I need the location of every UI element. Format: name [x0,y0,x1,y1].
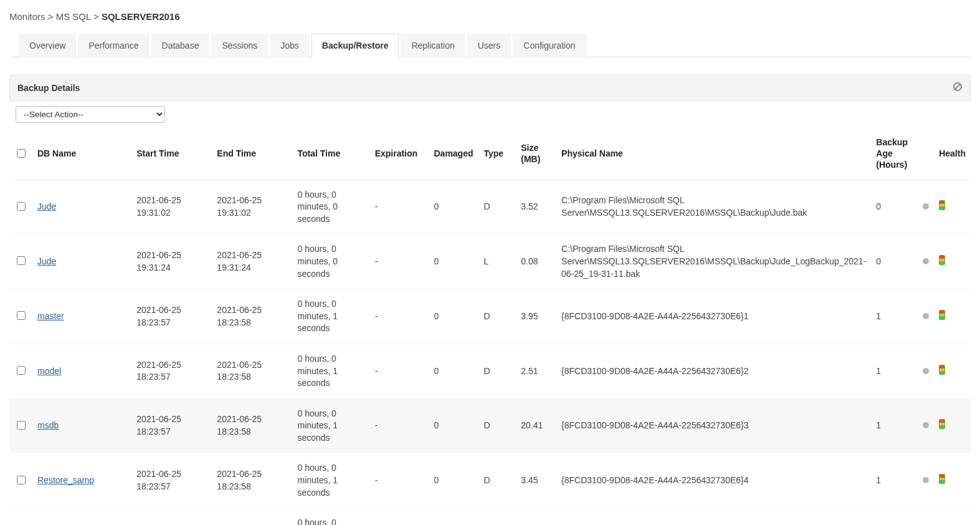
cell-dmg: 0 [429,453,478,508]
row-checkbox[interactable] [17,256,26,265]
cell-size: 3.39 [516,508,556,525]
table-header-row: DB Name Start Time End Time Total Time E… [9,128,971,180]
cell-dmg: 0 [429,344,478,398]
cell-total: 0 hours, 0 minutes, 0 seconds [292,180,369,234]
breadcrumb-root[interactable]: Monitors [9,11,45,22]
cell-dmg: 0 [429,234,478,289]
tab-sessions[interactable]: Sessions [211,34,268,57]
breadcrumb: Monitors > MS SQL > SQLSERVER2016 [9,0,971,33]
table-row: msdb2021-06-25 18:23:572021-06-25 18:23:… [9,398,971,453]
health-icon[interactable] [939,200,945,210]
health-icon[interactable] [939,255,945,265]
db-name-link[interactable]: master [37,311,64,321]
cell-exp: - [370,398,429,453]
cell-dmg: 0 [429,289,478,344]
cell-total: 0 hours, 0 minutes, 1 seconds [292,453,369,508]
cell-total: 0 hours, 0 minutes, 1 seconds [292,344,369,398]
cell-size: 0.08 [516,234,556,289]
cell-type: D [478,180,516,234]
table-row: Jude2021-06-25 19:31:022021-06-25 19:31:… [9,180,971,234]
health-icon[interactable] [939,474,945,484]
cell-type: L [478,234,516,289]
svg-line-1 [955,84,960,89]
row-checkbox[interactable] [17,366,26,375]
cell-age: 1 [871,289,918,344]
header-db[interactable]: DB Name [32,128,131,180]
row-checkbox[interactable] [17,476,26,484]
cell-exp: - [370,344,429,398]
cell-type: D [478,344,516,398]
status-dot-icon [923,477,929,483]
disable-icon[interactable] [953,82,963,94]
cell-phys: {8FCD3100-9D08-4A2E-A44A-2256432730E6}3 [556,398,871,453]
cell-phys: C:\Program Files\Microsoft SQL Server\MS… [556,234,871,289]
header-start[interactable]: Start Time [131,128,212,180]
cell-exp: - [370,453,429,508]
cell-phys: {8FCD3100-9D08-4A2E-A44A-2256432730E6}2 [556,344,871,398]
cell-size: 3.95 [516,289,556,344]
select-all-checkbox[interactable] [17,149,26,158]
header-type[interactable]: Type [478,128,516,180]
status-dot-icon [923,258,929,264]
cell-dmg: 0 [429,398,478,453]
db-name-link[interactable]: model [37,366,61,376]
cell-age: 0 [871,234,918,289]
db-name-link[interactable]: Jude [37,256,56,266]
cell-end: 2021-06-25 19:31:24 [212,234,292,289]
breadcrumb-level1[interactable]: MS SQL [56,11,91,22]
header-end[interactable]: End Time [212,128,292,180]
header-phys[interactable]: Physical Name [556,128,871,180]
cell-start: 2021-06-25 19:34:01 [131,508,212,525]
table-row: Testdb2021-06-25 19:34:012021-06-25 19:3… [9,508,971,525]
header-age[interactable]: Backup Age (Hours) [871,128,918,180]
health-icon[interactable] [939,419,945,429]
header-dmg[interactable]: Damaged [429,128,478,180]
cell-total: 0 hours, 0 minutes, 0 seconds [292,508,369,525]
cell-age: 0 [871,508,918,525]
table-row: model2021-06-25 18:23:572021-06-25 18:23… [9,344,971,398]
cell-total: 0 hours, 0 minutes, 1 seconds [292,398,369,453]
tab-configuration[interactable]: Configuration [513,34,586,57]
status-dot-icon [923,203,929,210]
row-checkbox[interactable] [17,421,26,430]
tab-users[interactable]: Users [467,34,511,57]
cell-end: 2021-06-25 18:23:58 [212,344,292,398]
health-icon[interactable] [939,365,945,375]
tab-database[interactable]: Database [151,34,210,57]
db-name-link[interactable]: Restore_samp [37,475,94,485]
row-checkbox[interactable] [17,311,26,320]
cell-end: 2021-06-25 19:34:01 [212,508,292,525]
breadcrumb-current: SQLSERVER2016 [102,11,180,22]
cell-start: 2021-06-25 18:23:57 [131,289,212,344]
cell-start: 2021-06-25 19:31:02 [131,180,212,234]
panel-title: Backup Details [17,83,80,93]
cell-end: 2021-06-25 18:23:58 [212,453,292,508]
cell-type: D [478,398,516,453]
cell-dmg: 0 [429,508,478,525]
cell-exp: - [370,234,429,289]
cell-size: 2.51 [516,344,556,398]
row-checkbox[interactable] [17,202,26,211]
tab-replication[interactable]: Replication [401,34,465,57]
cell-end: 2021-06-25 18:23:58 [212,289,292,344]
tabs: OverviewPerformanceDatabaseSessionsJobsB… [9,33,971,57]
cell-exp: - [370,508,429,525]
tab-jobs[interactable]: Jobs [270,34,310,57]
cell-type: D [478,289,516,344]
action-select[interactable]: --Select Action-- [16,106,165,123]
db-name-link[interactable]: Jude [37,201,56,211]
header-exp[interactable]: Expiration [370,128,429,180]
status-dot-icon [923,422,929,428]
table-row: Jude2021-06-25 19:31:242021-06-25 19:31:… [9,234,971,289]
tab-performance[interactable]: Performance [78,34,149,57]
cell-start: 2021-06-25 18:23:57 [131,344,212,398]
cell-start: 2021-06-25 18:23:57 [131,453,212,508]
tab-overview[interactable]: Overview [19,34,76,57]
db-name-link[interactable]: msdb [37,420,59,430]
header-total[interactable]: Total Time [292,128,369,180]
tab-backup-restore[interactable]: Backup/Restore [312,34,399,57]
health-icon[interactable] [939,310,945,320]
header-size[interactable]: Size (MB) [516,128,556,180]
header-health[interactable]: Health [934,128,971,180]
cell-type: D [478,508,516,525]
